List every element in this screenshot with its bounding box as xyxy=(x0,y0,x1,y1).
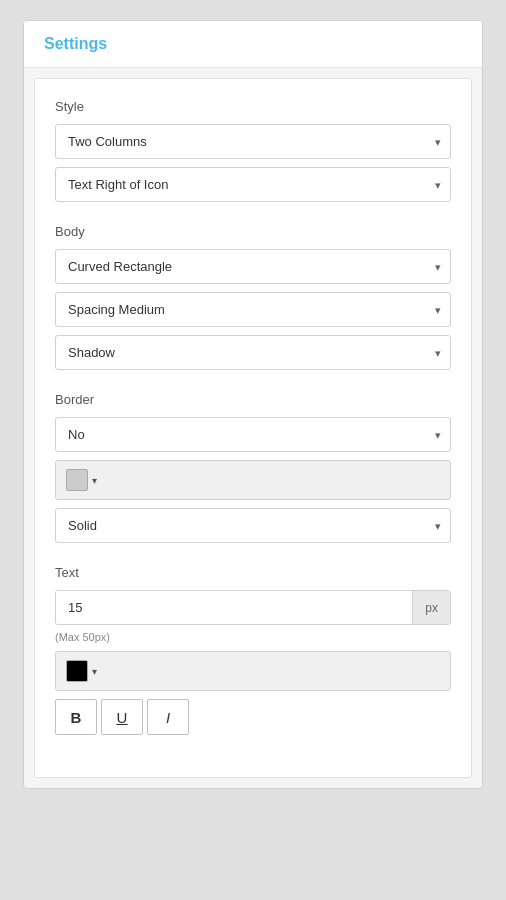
body-shape-select[interactable]: Curved Rectangle Rectangle Circle Rounde… xyxy=(55,249,451,284)
text-format-buttons: B U I xyxy=(55,699,451,735)
border-color-chevron-icon: ▾ xyxy=(92,475,97,486)
body-spacing-wrapper: Spacing Medium Spacing Small Spacing Lar… xyxy=(55,292,451,327)
bold-button[interactable]: B xyxy=(55,699,97,735)
border-section: Border No Yes ▾ ▾ Solid Dashed Dotted Do… xyxy=(55,392,451,543)
panel-title: Settings xyxy=(44,35,107,52)
text-size-unit: px xyxy=(412,591,450,624)
border-section-label: Border xyxy=(55,392,451,407)
underline-button[interactable]: U xyxy=(101,699,143,735)
style-columns-wrapper: Two Columns One Column Three Columns ▾ xyxy=(55,124,451,159)
border-color-swatch xyxy=(66,469,88,491)
text-size-row: px xyxy=(55,590,451,625)
text-max-label: (Max 50px) xyxy=(55,631,451,643)
border-toggle-select[interactable]: No Yes xyxy=(55,417,451,452)
border-style-select[interactable]: Solid Dashed Dotted Double xyxy=(55,508,451,543)
panel-header: Settings xyxy=(24,21,482,68)
border-color-picker[interactable]: ▾ xyxy=(55,460,451,500)
body-section: Body Curved Rectangle Rectangle Circle R… xyxy=(55,224,451,370)
italic-button[interactable]: I xyxy=(147,699,189,735)
text-color-swatch xyxy=(66,660,88,682)
body-shadow-wrapper: Shadow No Shadow Heavy Shadow Light Shad… xyxy=(55,335,451,370)
style-icon-text-wrapper: Text Right of Icon Text Below Icon Icon … xyxy=(55,167,451,202)
body-shape-wrapper: Curved Rectangle Rectangle Circle Rounde… xyxy=(55,249,451,284)
text-section: Text px (Max 50px) ▾ B U I xyxy=(55,565,451,735)
text-size-input[interactable] xyxy=(56,591,412,624)
style-columns-select[interactable]: Two Columns One Column Three Columns xyxy=(55,124,451,159)
text-color-chevron-icon: ▾ xyxy=(92,666,97,677)
text-section-label: Text xyxy=(55,565,451,580)
border-toggle-wrapper: No Yes ▾ xyxy=(55,417,451,452)
panel-content: Style Two Columns One Column Three Colum… xyxy=(34,78,472,778)
style-icon-text-select[interactable]: Text Right of Icon Text Below Icon Icon … xyxy=(55,167,451,202)
body-shadow-select[interactable]: Shadow No Shadow Heavy Shadow Light Shad… xyxy=(55,335,451,370)
body-section-label: Body xyxy=(55,224,451,239)
style-section-label: Style xyxy=(55,99,451,114)
body-spacing-select[interactable]: Spacing Medium Spacing Small Spacing Lar… xyxy=(55,292,451,327)
border-style-wrapper: Solid Dashed Dotted Double ▾ xyxy=(55,508,451,543)
settings-panel: Settings Style Two Columns One Column Th… xyxy=(23,20,483,789)
text-color-picker[interactable]: ▾ xyxy=(55,651,451,691)
style-section: Style Two Columns One Column Three Colum… xyxy=(55,99,451,202)
